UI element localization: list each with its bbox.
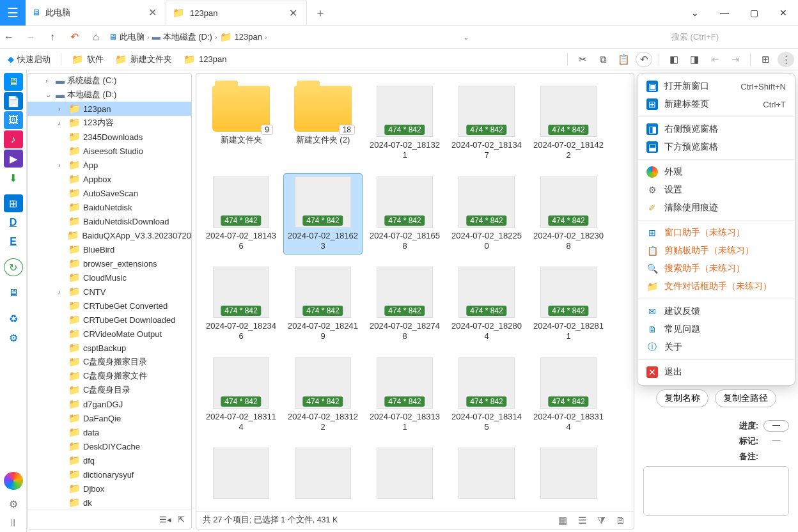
tree-folder[interactable]: 📁DaFanQie	[27, 411, 191, 425]
chevron-right-icon[interactable]: ›	[58, 161, 66, 169]
close-icon[interactable]: ✕	[146, 6, 159, 19]
panel-collapse-left-icon[interactable]: ⇤	[707, 52, 723, 67]
chevron-down-icon[interactable]: ⌄	[680, 0, 710, 26]
image-item[interactable]: 474 * 8422024-07-02_182250	[447, 173, 526, 255]
copy-icon[interactable]: ⧉	[595, 52, 611, 67]
copy-path-button[interactable]: 复制全路径	[715, 389, 776, 407]
back-button[interactable]: ←	[0, 28, 18, 46]
breadcrumb-item[interactable]: 123pan	[235, 32, 262, 42]
tab-this-pc[interactable]: 🖥 此电脑 ✕	[26, 1, 166, 25]
details-icon[interactable]: 🗎	[613, 515, 627, 526]
chevron-right-icon[interactable]: ›	[58, 105, 66, 113]
view-list-icon[interactable]: ☰	[575, 515, 589, 526]
maximize-button[interactable]: ▢	[739, 0, 769, 26]
tree-folder[interactable]: 📁Aiseesoft Studio	[27, 144, 191, 158]
tree-folder[interactable]: 📁browser_extensions	[27, 256, 191, 270]
menu-appearance[interactable]: 外观	[638, 163, 795, 181]
tree-folder[interactable]: 📁CRVideoMate Output	[27, 327, 191, 341]
tree-folder[interactable]: 📁BlueBird	[27, 242, 191, 256]
bookmark-item[interactable]: 📁软件	[68, 52, 107, 66]
rail-settings-icon[interactable]: ⚙	[4, 495, 23, 513]
image-item[interactable]: 474 * 8422024-07-02_182308	[529, 173, 608, 255]
image-item[interactable]: 474 * 8422024-07-02_182748	[365, 263, 444, 345]
breadcrumb-item[interactable]: 本地磁盘 (D:)	[163, 31, 212, 43]
rail-music-icon[interactable]: ♪	[4, 130, 23, 148]
breadcrumb-item[interactable]: 此电脑	[120, 31, 145, 43]
tree-folder[interactable]: ›📁CNTV	[27, 285, 191, 299]
menu-faq[interactable]: 🗎常见问题	[638, 320, 795, 338]
panel-left-icon[interactable]: ◧	[666, 52, 682, 67]
up-button[interactable]: ↑	[43, 28, 61, 46]
cut-icon[interactable]: ✂	[574, 52, 591, 67]
menu-feedback[interactable]: ✉建议反馈	[638, 302, 795, 320]
home-button[interactable]: ⌂	[87, 28, 105, 46]
search-input[interactable]: 搜索 (Ctrl+F)	[665, 31, 793, 43]
menu-about[interactable]: ⓘ关于	[638, 338, 795, 356]
tree-folder[interactable]: 📁2345Downloads	[27, 130, 191, 144]
tree-folder[interactable]: ›📁123pan	[27, 102, 191, 116]
menu-preview-right[interactable]: ◨右侧预览窗格	[638, 120, 795, 138]
tree-folder[interactable]: 📁AutoSaveScan	[27, 186, 191, 200]
copy-name-button[interactable]: 复制名称	[656, 389, 708, 407]
image-item[interactable]: 474 * 8422024-07-02_183131	[365, 354, 444, 436]
menu-settings[interactable]: ⚙设置	[638, 181, 795, 199]
chevron-right-icon[interactable]: ›	[45, 77, 53, 84]
tree-folder[interactable]: ›📁App	[27, 158, 191, 172]
menu-clear-traces[interactable]: ✐清除使用痕迹	[638, 199, 795, 217]
menu-new-window[interactable]: ▣打开新窗口Ctrl+Shift+N	[638, 77, 795, 95]
tree-drive[interactable]: ›▬系统磁盘 (C:)	[27, 74, 191, 88]
image-item[interactable]	[365, 444, 444, 502]
tree-folder[interactable]: 📁d7ganDGJ	[27, 397, 191, 411]
tree-collapse-icon[interactable]: ☰◂	[159, 515, 171, 524]
image-item[interactable]: 474 * 8422024-07-02_181321	[365, 82, 444, 164]
tree-folder[interactable]: 📁CRTubeGet Downloaded	[27, 313, 191, 327]
rail-drive-e-icon[interactable]: E	[4, 233, 23, 251]
menu-window-helper[interactable]: ⊞窗口助手（未练习）	[638, 224, 795, 242]
tree-folder[interactable]: 📁Appbox	[27, 172, 191, 186]
undo-pill-icon[interactable]: ↶	[636, 52, 652, 67]
menu-clipboard-helper[interactable]: 📋剪贴板助手（未练习）	[638, 242, 795, 260]
tree-folder[interactable]: 📁dictionarysyuf	[27, 467, 191, 481]
menu-hamburger-button[interactable]: ☰	[0, 0, 26, 26]
folder-item[interactable]: 9新建文件夹	[201, 82, 281, 164]
filter-icon[interactable]: ⧩	[594, 515, 608, 526]
minimize-button[interactable]: ―	[710, 0, 739, 26]
tree-folder[interactable]: 📁data	[27, 425, 191, 439]
rail-tune-icon[interactable]: ⫴	[4, 514, 23, 532]
tree-folder[interactable]: 📁CRTubeGet Converted	[27, 299, 191, 313]
rail-desktop-icon[interactable]: 🖥	[4, 73, 23, 91]
tree-folder[interactable]: 📁C盘瘦身目录	[27, 383, 191, 397]
rail-monitor-icon[interactable]: 🖥	[4, 284, 23, 302]
close-button[interactable]: ✕	[769, 0, 798, 26]
rail-videos-icon[interactable]: ▶	[4, 150, 23, 168]
progress-value[interactable]: —	[763, 420, 789, 432]
image-item[interactable]	[201, 444, 281, 502]
rail-control-icon[interactable]: ⚙	[4, 329, 23, 347]
image-item[interactable]: 474 * 8422024-07-02_181658	[365, 173, 444, 255]
menu-new-tab[interactable]: ⊞新建标签页Ctrl+T	[638, 95, 795, 113]
tree-folder[interactable]: 📁BaiduNetdisk	[27, 200, 191, 214]
rail-apps-icon[interactable]: ⊞	[4, 194, 23, 212]
image-item[interactable]	[529, 444, 608, 502]
tree-expand-icon[interactable]: ⇱	[178, 515, 185, 524]
tree-folder[interactable]: 📁BaiduNetdiskDownload	[27, 214, 191, 228]
apps-icon[interactable]: ⊞	[757, 52, 774, 67]
tree-folder[interactable]: 📁DeskDIYCache	[27, 439, 191, 453]
rail-recycle-icon[interactable]: ♻	[4, 309, 23, 327]
tab-123pan[interactable]: 📁 123pan ✕	[166, 1, 307, 25]
close-icon[interactable]: ✕	[286, 7, 300, 19]
image-item[interactable]: 474 * 8422024-07-02_183314	[529, 354, 608, 436]
menu-exit[interactable]: ✕退出	[638, 363, 795, 381]
bookmark-item[interactable]: 📁123pan	[180, 52, 230, 66]
undo-button[interactable]: ↶	[65, 28, 83, 46]
tree-drive[interactable]: ⌄▬本地磁盘 (D:)	[27, 88, 191, 102]
rail-color-icon[interactable]	[4, 472, 23, 490]
chevron-right-icon[interactable]: ›	[58, 119, 66, 127]
image-item[interactable]: 474 * 8422024-07-02_181436	[201, 173, 281, 255]
image-item[interactable]: 474 * 8422024-07-02_182811	[529, 263, 608, 345]
menu-preview-bottom[interactable]: ⬓下方预览窗格	[638, 138, 795, 156]
tree-folder[interactable]: 📁CloudMusic	[27, 270, 191, 285]
note-textarea[interactable]	[643, 466, 789, 516]
chevron-right-icon[interactable]: ›	[147, 33, 150, 41]
panel-collapse-right-icon[interactable]: ⇥	[727, 52, 744, 67]
